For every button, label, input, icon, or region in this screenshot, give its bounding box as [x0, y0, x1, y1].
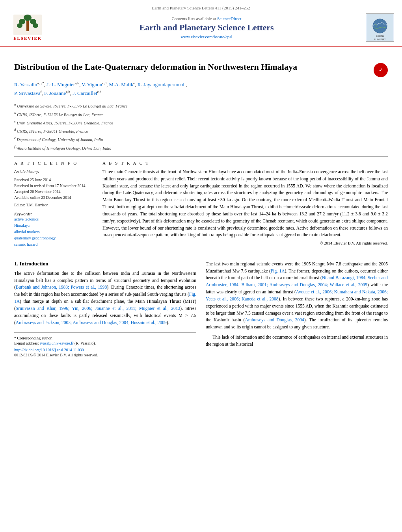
affiliation-item: e Department of Geology, University of J… [14, 135, 388, 143]
svg-point-5 [17, 23, 22, 28]
keywords-block: Keywords: active tectonicsHimalayaalluvi… [14, 212, 93, 248]
svg-point-6 [33, 23, 38, 28]
elsevier-label: ELSEVIER [13, 36, 42, 41]
author-sup-7: a,b [66, 90, 70, 94]
keywords-list: active tectonicsHimalayaalluvial markers… [14, 216, 93, 248]
ref-srinivasan[interactable]: Srinivasan and Khar, 1996; Yin, 2006; Jo… [16, 306, 180, 311]
abstract-col: A B S T R A C T Three main Cenozoic thru… [102, 161, 388, 248]
ref-burbank[interactable]: Burbank and Johnson, 1983; Powers et al.… [16, 285, 107, 289]
keyword-item: seismic hazard [14, 241, 93, 248]
crossmark-icon: ✓ [376, 65, 385, 75]
author-srivastava[interactable]: P. Srivastava [14, 90, 40, 96]
author-jouanne[interactable]: F. Jouanne [44, 90, 66, 96]
affiliation-item: d CNRS, ISTerre, F-38041 Grenoble, Franc… [14, 127, 388, 135]
author-sup-8: c,d [97, 90, 102, 94]
abstract-label: A B S T R A C T [102, 161, 388, 165]
available-date: Available online 23 December 2014 [14, 195, 93, 200]
email-note: E-mail address: rvass@univ-savoie.fr (R.… [14, 341, 196, 345]
author-vassallo[interactable]: R. Vassallo [14, 82, 37, 87]
ref-ambraseys2[interactable]: Ambraseys and Douglas, 2004 [245, 317, 304, 322]
svg-text:PLANETARY: PLANETARY [374, 38, 386, 41]
keywords-label: Keywords: [14, 212, 93, 216]
earth-logo-icon: EARTH PLANETARY [366, 13, 394, 42]
intro-text: The active deformation due to the collis… [14, 270, 196, 326]
elsevier-tree-icon [13, 15, 42, 35]
affiliations-block: a Université de Savoie, ISTerre, F-73376… [14, 102, 388, 152]
right-body-text: The last two main regional seismic event… [206, 261, 388, 348]
svg-text:✓: ✓ [379, 67, 383, 73]
earth-logo-svg: EARTH PLANETARY [367, 14, 393, 41]
ref-avouac[interactable]: Avouac et al., 2006; Kumahara and Nakata… [206, 289, 388, 301]
right-para1: The last two main regional seismic event… [206, 261, 388, 331]
ref-fig1a-right[interactable]: Fig. 1A [271, 269, 285, 273]
doi-link[interactable]: http://dx.doi.org/10.1016/j.epsl.2014.11… [14, 348, 84, 352]
article-history-label: Article history: [14, 169, 93, 175]
volume-issue-label: Earth and Planetary Science Letters 411 … [152, 6, 250, 10]
article-history-block: Article history: Received 25 June 2014 R… [14, 169, 93, 208]
right-para2: This lack of information and the occurre… [206, 334, 388, 348]
editor-name: Editor: T.M. Harrison [14, 202, 93, 208]
intro-heading: 1. Introduction [14, 261, 196, 267]
page: Earth and Planetary Science Letters 411 … [0, 0, 402, 532]
doi-line: http://dx.doi.org/10.1016/j.epsl.2014.11… [14, 348, 196, 352]
svg-point-8 [373, 19, 387, 33]
journal-header: Earth and Planetary Science Letters 411 … [0, 0, 402, 47]
article-info-label: A R T I C L E I N F O [14, 161, 93, 165]
email-label: E-mail address: [14, 341, 39, 345]
keyword-item: Himalaya [14, 222, 93, 229]
intro-col: 1. Introduction The active deformation d… [14, 261, 196, 358]
email-person: (R. Vassallo). [74, 341, 96, 345]
svg-text:EARTH: EARTH [376, 35, 384, 37]
ref-ni[interactable]: Ni and Barazangi, 1984; Seeber and Armbr… [206, 275, 388, 287]
keyword-item: active tectonics [14, 216, 93, 222]
author-mugnier[interactable]: J.-L. Mugnier [47, 82, 75, 87]
crossmark-badge: ✓ [374, 63, 388, 77]
author-sup-2: a,b [75, 81, 79, 85]
author-sup-5: f [184, 81, 186, 85]
journal-top-bar: ELSEVIER Contents lists available at Sci… [0, 12, 402, 44]
author-malik[interactable]: M.A. Malik [109, 82, 134, 87]
sciencedirect-link[interactable]: ScienceDirect [217, 16, 242, 21]
affiliation-item: a Université de Savoie, ISTerre, F-73376… [14, 102, 388, 109]
abstract-text: Three main Cenozoic thrusts at the front… [102, 169, 388, 239]
author-sup-3: c,d [102, 81, 106, 85]
footnote-section: * Corresponding author. E-mail address: … [14, 332, 196, 357]
contents-label: Contents lists available at [171, 16, 216, 21]
keyword-item: alluvial markers [14, 229, 93, 235]
author-sup-4: e [133, 81, 135, 85]
corresponding-label: * Corresponding author. [14, 336, 52, 340]
body-divider [14, 255, 388, 255]
author-vignon[interactable]: V. Vignon [82, 82, 102, 87]
journal-title: Earth and Planetary Science Letters [140, 22, 274, 33]
affiliation-item: f Wadia Institute of Himalayan Geology, … [14, 144, 388, 152]
body-content: 1. Introduction The active deformation d… [14, 261, 388, 358]
article-info-col: A R T I C L E I N F O Article history: R… [14, 161, 93, 248]
divider-1 [14, 156, 388, 157]
affiliation-item: b CNRS, ISTerre, F-73376 Le Bourget du L… [14, 110, 388, 118]
author-jayangondaperumal[interactable]: R. Jayangondaperumal [138, 82, 184, 87]
author-sup-6: f [40, 90, 41, 94]
ref-fig1a-intro[interactable]: Fig. 1A [14, 292, 196, 304]
author-carcaillet[interactable]: J. Carcaillet [73, 90, 97, 96]
authors-line: R. Vassalloa,b,*, J.-L. Mugniera,b, V. V… [14, 80, 388, 98]
svg-point-2 [24, 15, 32, 21]
copyright-line: © 2014 Elsevier B.V. All rights reserved… [102, 241, 388, 245]
article-title: Distribution of the Late-Quaternary defo… [14, 61, 374, 73]
article-info-abstract: A R T I C L E I N F O Article history: R… [14, 161, 388, 248]
corresponding-author-note: * Corresponding author. [14, 336, 196, 340]
intro-para1: The active deformation due to the collis… [14, 270, 196, 326]
elsevier-logo: ELSEVIER [8, 15, 47, 41]
email-link[interactable]: rvass@univ-savoie.fr [40, 341, 74, 345]
right-body-col: The last two main regional seismic event… [206, 261, 388, 358]
issn-copyright: 0012-821X/© 2014 Elsevier B.V. All right… [14, 353, 196, 357]
affiliation-item: c Univ. Grenoble Alpes, ISTerre, F-38041… [14, 119, 388, 126]
article-title-section: Distribution of the Late-Quaternary defo… [14, 61, 388, 77]
keyword-item: quaternary geochronology [14, 235, 93, 241]
received-date: Received 25 June 2014 [14, 177, 93, 183]
ref-ambraseys1[interactable]: Ambraseys and Jackson, 2003; Ambraseys a… [16, 320, 167, 325]
journal-url-link[interactable]: www.elsevier.com/locate/epsl [181, 34, 232, 39]
accepted-date: Accepted 20 November 2014 [14, 189, 93, 195]
author-sup-1: a,b,* [37, 81, 44, 85]
journal-center: Contents lists available at ScienceDirec… [47, 16, 366, 39]
main-content: Distribution of the Late-Quaternary defo… [0, 47, 402, 363]
